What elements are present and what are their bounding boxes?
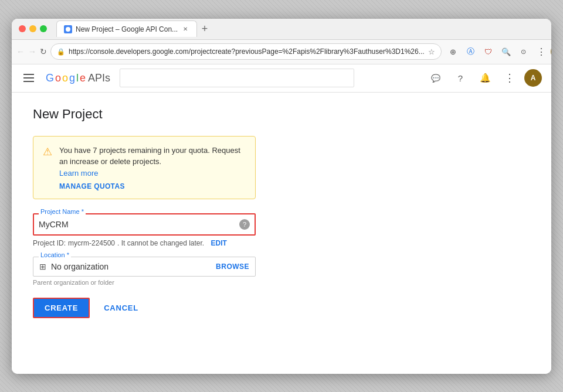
logo-g2: g <box>69 72 75 84</box>
help-icon[interactable]: ? <box>239 219 250 230</box>
project-id-row: Project ID: mycrm-224500. It cannot be c… <box>33 239 256 247</box>
tab-favicon-icon <box>64 25 72 33</box>
logo-e: e <box>80 72 86 84</box>
warning-icon: ⚠ <box>43 145 52 190</box>
refresh-button[interactable]: ↻ <box>40 43 47 60</box>
form-button-row: CREATE CANCEL <box>33 298 256 318</box>
url-text: https://console.developers.google.com/pr… <box>69 47 425 56</box>
svg-point-0 <box>66 27 70 32</box>
project-id-prefix: Project ID: <box>33 239 66 247</box>
location-field: ⊞ No organization BROWSE <box>33 257 256 277</box>
learn-more-link[interactable]: Learn more <box>59 169 246 178</box>
feedback-icon[interactable]: 💬 <box>426 68 446 88</box>
project-id-value: mycrm-224500 <box>68 239 115 247</box>
notifications-icon[interactable]: 🔔 <box>475 68 495 88</box>
tab-title: New Project – Google API Con... <box>76 25 178 33</box>
title-bar: New Project – Google API Con... ✕ + <box>12 19 551 40</box>
extension-icon-5[interactable]: ⊙ <box>515 43 532 60</box>
page-title: New Project <box>33 107 530 122</box>
tab-bar: New Project – Google API Con... ✕ + <box>56 21 544 37</box>
project-name-label: Project Name * <box>39 208 86 215</box>
bookmark-icon[interactable]: ☆ <box>428 47 435 56</box>
extension-icon-2[interactable]: Ⓐ <box>463 43 479 60</box>
hamburger-line-2 <box>23 77 34 79</box>
quota-warning-box: ⚠ You have 7 projects remaining in your … <box>33 136 256 199</box>
address-bar[interactable]: 🔒 https://console.developers.google.com/… <box>50 43 442 60</box>
traffic-lights <box>19 25 47 32</box>
hamburger-line-3 <box>23 81 34 82</box>
nav-bar: ← → ↻ 🔒 https://console.developers.googl… <box>12 40 551 64</box>
location-label: Location * <box>39 251 71 258</box>
location-float-group: Location * ⊞ No organization BROWSE Pare… <box>33 257 256 286</box>
user-profile-avatar[interactable]: A <box>524 69 542 87</box>
nav-actions: ⊕ Ⓐ 🛡 🔍 ⊙ ⋮ A <box>445 43 551 60</box>
create-button[interactable]: CREATE <box>33 298 90 318</box>
quota-warning-content: You have 7 projects remaining in your qu… <box>59 145 246 190</box>
forward-button[interactable]: → <box>28 43 36 60</box>
back-button[interactable]: ← <box>16 43 25 60</box>
active-tab[interactable]: New Project – Google API Con... ✕ <box>56 21 197 37</box>
organization-icon: ⊞ <box>39 262 46 271</box>
more-options-icon[interactable]: ⋮ <box>533 43 550 60</box>
main-content: New Project ⚠ You have 7 projects remain… <box>12 93 551 374</box>
new-tab-button[interactable]: + <box>197 21 212 36</box>
location-group: Location * ⊞ No organization BROWSE Pare… <box>33 257 256 286</box>
menu-button[interactable] <box>21 71 36 84</box>
search-bar[interactable] <box>120 69 354 87</box>
browse-button[interactable]: BROWSE <box>216 263 249 271</box>
google-logo: Google APIs <box>46 72 110 84</box>
manage-quotas-link[interactable]: MANAGE QUOTAS <box>59 182 246 190</box>
project-name-wrapper: ? <box>33 213 256 236</box>
project-id-suffix: . It cannot be changed later. <box>117 239 204 247</box>
minimize-button[interactable] <box>29 25 36 32</box>
location-required-indicator: * <box>65 251 69 258</box>
close-button[interactable] <box>19 25 26 32</box>
cancel-button[interactable]: CANCEL <box>94 299 148 317</box>
browser-window: New Project – Google API Con... ✕ + ← → … <box>12 19 551 374</box>
extension-icon-1[interactable]: ⊕ <box>445 43 462 60</box>
project-name-input[interactable] <box>39 220 239 229</box>
apis-label: APIs <box>88 72 110 84</box>
hamburger-line-1 <box>23 74 34 75</box>
google-apis-header: Google APIs 💬 ? 🔔 ⋮ A <box>12 64 551 93</box>
maximize-button[interactable] <box>40 25 47 32</box>
location-value: No organization <box>51 262 211 271</box>
logo-o1: o <box>55 72 61 84</box>
user-avatar[interactable]: A <box>551 44 551 59</box>
quota-message: You have 7 projects remaining in your qu… <box>59 146 240 166</box>
extension-icon-4[interactable]: 🔍 <box>498 43 514 60</box>
logo-l: l <box>76 72 79 84</box>
location-label-text: Location <box>40 251 65 258</box>
search-input[interactable] <box>120 69 354 87</box>
help-icon[interactable]: ? <box>450 68 470 88</box>
extension-icon-3[interactable]: 🛡 <box>480 43 497 60</box>
project-name-group: Project Name * ? Project ID: mycrm-22450… <box>33 213 256 247</box>
location-helper-text: Parent organization or folder <box>33 279 256 286</box>
tab-close-icon[interactable]: ✕ <box>181 25 189 33</box>
logo-g: G <box>46 72 54 84</box>
lock-icon: 🔒 <box>57 48 65 56</box>
logo-o2: o <box>62 72 68 84</box>
project-form: Project Name * ? Project ID: mycrm-22450… <box>33 213 256 318</box>
edit-project-id-link[interactable]: EDIT <box>211 239 227 247</box>
required-indicator: * <box>80 208 84 215</box>
header-actions: 💬 ? 🔔 ⋮ A <box>426 68 542 88</box>
project-name-label-text: Project Name <box>40 208 80 215</box>
more-icon[interactable]: ⋮ <box>500 68 520 88</box>
